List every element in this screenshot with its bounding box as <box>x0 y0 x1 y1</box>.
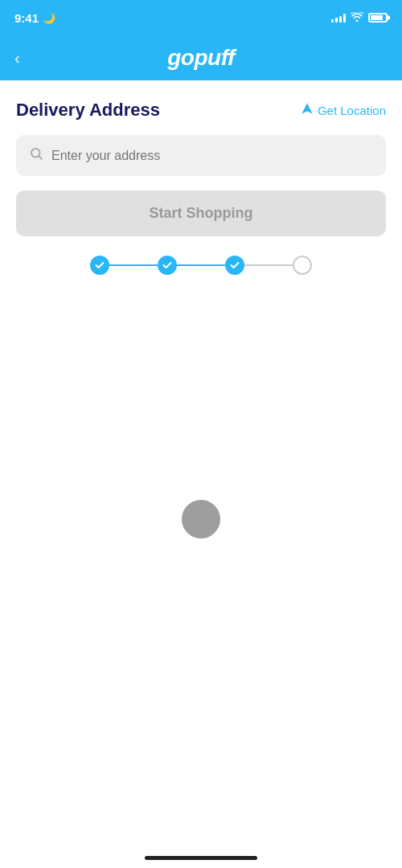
address-search-container <box>16 135 386 176</box>
get-location-button[interactable]: Get Location <box>301 102 386 118</box>
start-shopping-button[interactable]: Start Shopping <box>16 190 386 236</box>
step-4 <box>293 256 312 275</box>
back-button[interactable]: ‹ <box>14 49 20 68</box>
step-line-3-4 <box>244 264 293 266</box>
signal-icon <box>331 13 346 23</box>
status-time: 9:41 🌙 <box>14 11 55 25</box>
step-1 <box>90 256 109 275</box>
main-content: Delivery Address Get Location Start Shop… <box>0 80 402 275</box>
get-location-label: Get Location <box>318 104 386 117</box>
loading-circle <box>182 500 220 538</box>
header: ‹ gopuff <box>0 35 402 80</box>
battery-icon <box>368 13 388 23</box>
status-bar: 9:41 🌙 <box>0 0 402 35</box>
wifi-icon <box>351 12 363 24</box>
location-arrow-icon <box>301 102 314 118</box>
progress-indicator <box>16 256 386 275</box>
step-3 <box>225 256 244 275</box>
step-line-2-3 <box>177 264 225 266</box>
delivery-header-row: Delivery Address Get Location <box>16 100 386 121</box>
address-input[interactable] <box>51 149 373 163</box>
time-label: 9:41 <box>14 11 39 25</box>
loading-indicator <box>0 500 402 538</box>
status-icons <box>331 12 388 24</box>
moon-icon: 🌙 <box>43 12 55 24</box>
step-line-1-2 <box>109 264 158 266</box>
home-indicator <box>145 856 257 860</box>
step-2 <box>158 256 177 275</box>
search-icon <box>29 146 43 165</box>
delivery-address-title: Delivery Address <box>16 100 160 121</box>
app-logo: gopuff <box>167 45 235 71</box>
